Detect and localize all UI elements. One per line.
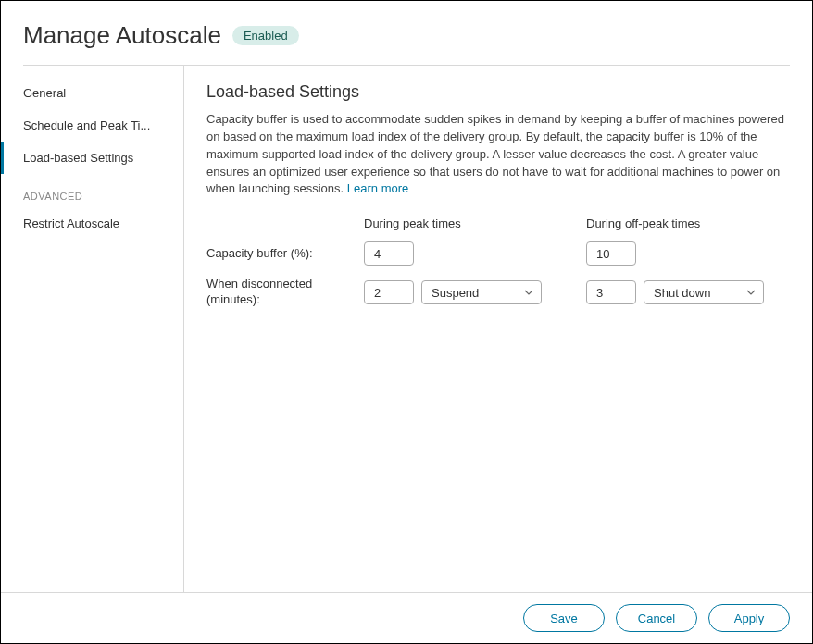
disconnect-offpeak-action-value: Shut down xyxy=(654,286,710,300)
disconnect-peak-cell: Suspend xyxy=(364,280,568,304)
status-badge: Enabled xyxy=(232,26,299,45)
disconnect-peak-action-value: Suspend xyxy=(432,286,479,300)
capacity-offpeak-input[interactable] xyxy=(586,242,636,266)
disconnect-label: When disconnected (minutes): xyxy=(206,277,364,308)
capacity-buffer-label: Capacity buffer (%): xyxy=(206,246,364,262)
main-content: Load-based Settings Capacity buffer is u… xyxy=(184,66,812,592)
disconnect-peak-min-input[interactable] xyxy=(364,280,414,304)
body: General Schedule and Peak Ti... Load-bas… xyxy=(1,66,812,592)
apply-button[interactable]: Apply xyxy=(708,604,790,632)
chevron-down-icon xyxy=(524,290,533,295)
header: Manage Autoscale Enabled xyxy=(1,1,812,65)
capacity-offpeak-cell xyxy=(586,242,790,266)
sidebar-item-load-based[interactable]: Load-based Settings xyxy=(1,142,183,174)
disconnect-peak-action-select[interactable]: Suspend xyxy=(421,280,542,304)
description-text: Capacity buffer is used to accommodate s… xyxy=(206,112,784,195)
cancel-button[interactable]: Cancel xyxy=(616,604,697,632)
page-title: Manage Autoscale xyxy=(23,21,221,50)
sidebar-item-restrict[interactable]: Restrict Autoscale xyxy=(1,207,183,240)
sidebar-item-schedule[interactable]: Schedule and Peak Ti... xyxy=(1,109,183,142)
disconnect-offpeak-cell: Shut down xyxy=(586,280,790,304)
column-header-offpeak: During off-peak times xyxy=(586,217,790,230)
footer: Save Cancel Apply xyxy=(1,592,812,643)
settings-grid: During peak times During off-peak times … xyxy=(206,217,790,308)
disconnect-offpeak-min-input[interactable] xyxy=(586,280,636,304)
section-description: Capacity buffer is used to accommodate s… xyxy=(206,111,790,198)
section-title: Load-based Settings xyxy=(206,82,790,102)
sidebar: General Schedule and Peak Ti... Load-bas… xyxy=(1,66,184,592)
save-button[interactable]: Save xyxy=(523,604,605,632)
sidebar-item-general[interactable]: General xyxy=(1,77,183,109)
sidebar-advanced-heading: ADVANCED xyxy=(1,174,183,207)
capacity-peak-input[interactable] xyxy=(364,242,414,266)
column-header-peak: During peak times xyxy=(364,217,568,230)
learn-more-link[interactable]: Learn more xyxy=(347,181,408,195)
chevron-down-icon xyxy=(746,290,756,295)
disconnect-offpeak-action-select[interactable]: Shut down xyxy=(644,280,764,304)
capacity-peak-cell xyxy=(364,242,568,266)
